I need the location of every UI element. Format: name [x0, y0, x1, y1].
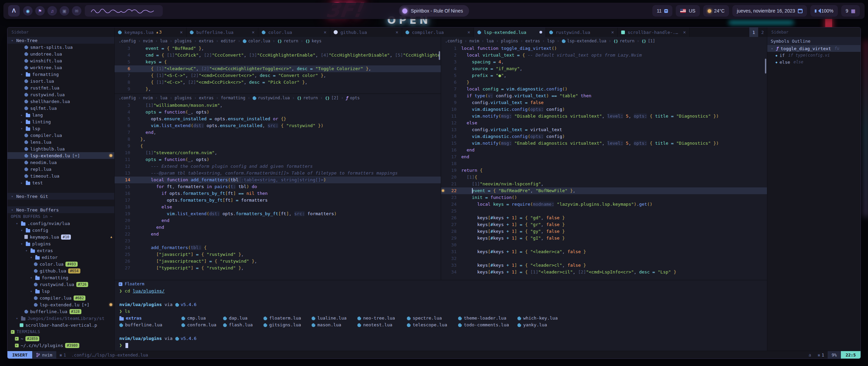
tab-compiler-lua[interactable]: compiler.lua× [402, 27, 474, 37]
outline-item-toggle-diag-virtext[interactable]: ▾ƒtoggle_diag_virtextfu [767, 45, 861, 52]
neotree-item-repl-lua[interactable]: repl.lua [7, 166, 114, 172]
code-line-21[interactable]: 21 [1]"neovim/nvim-lspconfig", [441, 181, 767, 187]
chevron-down-icon[interactable]: ▾ [15, 317, 19, 320]
breadcrumb-item-extras[interactable]: extras [199, 96, 214, 100]
code-line-6[interactable]: 6 vim.list_extend(dst: opts.ensure_insta… [115, 122, 441, 129]
breadcrumb-item-lua[interactable]: lua [160, 39, 167, 43]
breadcrumb-item-return[interactable]: {}return [277, 39, 298, 43]
chevron-down-icon[interactable]: ▾ [29, 276, 33, 280]
code-line-4[interactable]: 4 cmd = { [1]"CccPick", [2]"CccConvert",… [115, 52, 441, 59]
breadcrumb-item-1[interactable]: {}[1] [642, 39, 655, 43]
breadcrumb-item-lua[interactable]: lua [160, 96, 167, 100]
code-line-19[interactable]: 19 vim.list_extend(dst: opts.formatters_… [115, 210, 441, 217]
chevron-down-icon[interactable]: ▾ [770, 47, 774, 50]
scrollbar-handle[interactable] [765, 59, 766, 74]
neotree-item-test[interactable]: ▸test [7, 179, 114, 186]
code-line-5[interactable]: 5 prefix = "●", [441, 72, 767, 79]
code-line-9[interactable]: 9 }, [115, 86, 441, 93]
neotree-item-lens-lua[interactable]: lens.lua [7, 139, 114, 145]
code-line-3[interactable]: 3 spacing = 4, [441, 59, 767, 65]
breadcrumb-item-lua[interactable]: lua [486, 39, 494, 43]
neotree-subheader-terminals[interactable]: TERMINALS [7, 328, 114, 335]
breadcrumb-item-return[interactable]: {}return [614, 39, 635, 43]
neotree-section-neo-tree[interactable]: ▾Neo-Tree [7, 37, 114, 44]
code-line-22[interactable]: 22 end [115, 231, 441, 238]
code-line-24[interactable]: 24 local keys = require(modname: "lazyvi… [441, 201, 767, 208]
code-line-18[interactable]: 18 [441, 160, 767, 167]
keyboard-layout-widget[interactable]: US [676, 5, 699, 17]
close-icon[interactable]: × [252, 29, 255, 35]
code-line-12[interactable]: 12 else [441, 120, 767, 126]
weather-widget[interactable]: 24°C [703, 5, 729, 17]
neotree-item-lsp[interactable]: ▾lsp [7, 125, 114, 132]
code-line-7[interactable]: 7 local config = vim.diagnostic.config() [441, 86, 767, 93]
close-icon[interactable]: × [396, 29, 398, 35]
now-playing-widget[interactable]: Spiritbox - Rule Of Nines [399, 5, 469, 17]
chevron-down-icon[interactable]: ▾ [10, 208, 14, 212]
neotree-item-lsp-extended-lu[interactable]: lsp-extended.lu[+] [7, 152, 114, 159]
code-line-26[interactable]: 26 ["javascriptreact"] = { "rustywind" }… [115, 258, 441, 265]
code-line-27[interactable]: 27 ["typescript"] = { "rustywind" }, [115, 265, 441, 271]
code-line-33[interactable]: 33 keys[#keys + 1] = { "<leader>cl", fal… [441, 262, 767, 269]
neotree-item-compiler-lua[interactable]: compiler.lua#682 [7, 294, 114, 301]
code-line-8[interactable]: 8 { [1]"<C-c>", [2]"<cmd>CccPick<cr>", d… [115, 79, 441, 86]
breadcrumb-item-extras[interactable]: extras [199, 39, 214, 43]
chevron-down-icon[interactable]: ▾ [29, 289, 33, 293]
breadcrumb-item-color-lua[interactable]: color.lua [243, 39, 270, 43]
breadcrumb-item-return[interactable]: {}return [297, 96, 318, 100]
breadcrumb-item-config[interactable]: .config [445, 39, 462, 43]
code-line-17[interactable]: 17end [441, 154, 767, 160]
neotree-panel[interactable]: ▾Neo-Treesmart-splits.luaundotree.luawin… [7, 37, 115, 351]
code-line-10[interactable]: 10 vim.diagnostic.config(opts: config) [441, 106, 767, 113]
chevron-down-icon[interactable]: ▾ [10, 39, 14, 42]
code-line-10[interactable]: 10 [1]"stevearc/conform.nvim", [115, 149, 441, 156]
chevron-down-icon[interactable]: ▾ [20, 242, 24, 246]
neotree-item-winshift-lua[interactable]: winshift.lua [7, 57, 114, 64]
chevron-down-icon[interactable]: ▾ [20, 73, 24, 76]
clock-widget[interactable]: jueves, noviembre 16, 2023 [732, 5, 807, 17]
code-line-3[interactable]: 3 [1]"williamboman/mason.nvim", [115, 102, 441, 109]
neotree-item-scrollbar-handle-vertical-p[interactable]: scrollbar-handle-vertical.p [7, 322, 114, 328]
close-icon[interactable]: × [324, 29, 327, 35]
breadcrumb-item-rustywind-lua[interactable]: rustywind.lua [253, 96, 290, 100]
neotree-item-neodim-lua[interactable]: neodim.lua [7, 159, 114, 166]
neotree-item-extras[interactable]: ▾extras [7, 247, 114, 254]
neotree-section-neo-tree-buffers[interactable]: ▾Neo-Tree Buffers [7, 206, 114, 213]
breadcrumb-item-nvim[interactable]: nvim [143, 39, 153, 43]
code-line-7[interactable]: 7 end, [115, 129, 441, 136]
breadcrumb-item-keys[interactable]: {}keys [305, 39, 321, 43]
breadcrumb-item-lsp-extended-lua[interactable]: lsp-extended.lua [562, 39, 607, 43]
code-line-5[interactable]: 5 opts.ensure_installed = opts.ensure_in… [115, 116, 441, 122]
code-line-20[interactable]: 20 [1]{ [441, 174, 767, 181]
neotree-item-c-n-l-plugins[interactable]: ~/.c/n/l/plugins#3980 [7, 342, 114, 349]
neotree-item-shellharden-lua[interactable]: shellharden.lua [7, 98, 114, 105]
workspace-5[interactable]: ✉ [72, 6, 81, 16]
breadcrumb-item-opts[interactable]: ƒopts [346, 96, 360, 100]
tab-color-lua[interactable]: color.lua× [258, 27, 330, 37]
neotree-item-lang[interactable]: ▸lang [7, 111, 114, 118]
breadcrumb-item-config[interactable]: .config [119, 96, 136, 100]
code-line-2[interactable]: 2 local virtual_text = { -- Default virt… [441, 52, 767, 59]
breadcrumb-item-plugins[interactable]: plugins [501, 39, 518, 43]
code-line-8[interactable]: 8 }, [115, 136, 441, 143]
code-line-14[interactable]: 14 local function add_formatters(tbl :ta… [115, 177, 441, 183]
neotree-item-rustywind-lua[interactable]: rustywind.lua [7, 91, 114, 98]
neotree-item-keymaps-lua[interactable]: keymaps.lua#10▲ [7, 233, 114, 240]
code-line-13[interactable]: 13 ---@param tbl table<string, conform.F… [115, 170, 441, 177]
code-line-5[interactable]: 5 keys = { [115, 59, 441, 65]
code-line-3[interactable]: 3 event = { "BufRead" }, [115, 45, 441, 52]
code-line-6[interactable]: 6 { [1]"<leader>uC", [2]"<cmd>CccHighlig… [115, 65, 441, 72]
code-line-11[interactable]: 11 opts = function(_, opts) [115, 156, 441, 163]
breadcrumb-item-extras[interactable]: extras [525, 39, 540, 43]
code-line-11[interactable]: 11 vim.notify(msg: "Disable diagnostics … [441, 113, 767, 120]
neotree-item-lsp[interactable]: ▾lsp [7, 288, 114, 294]
code-line-22[interactable]: 22 event = { "BufReadPre", "BufNewFile" … [441, 187, 767, 194]
neotree-item-rustywind-lua[interactable]: rustywind.lua#726 [7, 281, 114, 288]
code-line-15[interactable]: 15 vim.notify(msg: "Enabled diagnostics … [441, 140, 767, 147]
code-line-6[interactable]: 6 } [441, 79, 767, 86]
close-icon[interactable]: × [683, 29, 686, 35]
code-line-23[interactable]: 23 init = function() [441, 194, 767, 201]
code-line-34[interactable]: 34 keys[#keys + 1] = { [1]"<leader>cil",… [441, 269, 767, 276]
breadcrumb-item-2[interactable]: {}[2] [325, 96, 339, 100]
neotree-item-config[interactable]: ▾config [7, 227, 114, 233]
